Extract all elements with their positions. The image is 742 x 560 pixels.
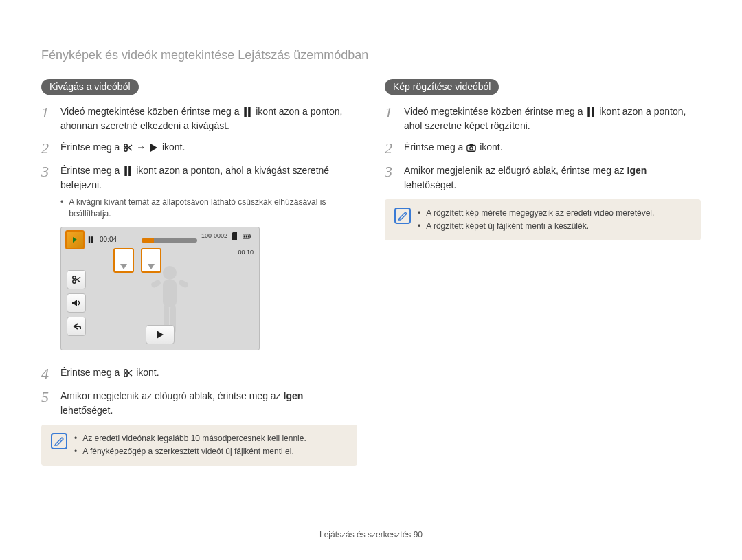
step4-text-post: ikont. — [136, 367, 159, 378]
svg-rect-32 — [588, 107, 591, 117]
step1-text-pre: Videó megtekintése közben érintse meg a — [60, 106, 242, 117]
pause-icon — [88, 236, 93, 243]
step5-strong: Igen — [284, 390, 304, 401]
svg-rect-17 — [163, 280, 177, 307]
svg-rect-34 — [467, 146, 475, 152]
svg-rect-0 — [245, 107, 247, 117]
note-right-line2: A rögzített képet új fájlként menti a ké… — [426, 221, 589, 232]
play-button — [146, 325, 175, 344]
step-number: 1 — [385, 104, 397, 121]
svg-rect-9 — [89, 236, 90, 243]
r-step3-post: lehetőséget. — [404, 179, 456, 190]
svg-marker-26 — [72, 300, 77, 306]
svg-rect-19 — [178, 279, 189, 288]
svg-point-36 — [470, 147, 473, 150]
back-button — [67, 317, 86, 336]
note-icon — [51, 433, 67, 449]
svg-rect-13 — [244, 235, 245, 237]
section-pill-capture: Kép rögzítése videóból — [385, 79, 499, 95]
step4-text-pre: Érintse meg a — [60, 367, 122, 378]
step3-sub-text: A kivágni kívánt témát az állapotsávon l… — [69, 197, 357, 220]
svg-rect-12 — [250, 235, 251, 237]
note-icon — [394, 208, 411, 224]
note-box-right: A rögzített kép mérete megegyezik az ere… — [385, 199, 701, 240]
svg-rect-7 — [125, 166, 128, 176]
page-title: Fényképek és videók megtekintése Lejátsz… — [41, 48, 701, 63]
bullet-icon — [60, 197, 63, 220]
step-2: 2 Érintse meg a → ikont. — [41, 140, 357, 157]
video-thumbnail-icon — [65, 230, 85, 249]
svg-rect-1 — [249, 107, 251, 117]
svg-marker-27 — [157, 331, 164, 339]
step-5: 5 Amikor megjelenik az előugró ablak, ér… — [41, 389, 357, 418]
trim-handle-start — [113, 248, 134, 273]
bullet-icon — [74, 433, 77, 445]
step3-text-pre: Érintse meg a — [60, 165, 122, 176]
step-number: 2 — [385, 140, 397, 157]
step2-text-post: ikont. — [162, 142, 185, 153]
bullet-icon — [418, 221, 420, 232]
svg-rect-14 — [246, 235, 247, 237]
step-number: 1 — [41, 104, 54, 121]
scissors-button — [67, 270, 86, 289]
step3-sub-bullet: A kivágni kívánt témát az állapotsávon l… — [60, 197, 357, 220]
elapsed-time: 00:04 — [100, 234, 117, 245]
note-left-line1: Az eredeti videónak legalább 10 másodper… — [82, 433, 306, 445]
step-3: 3 Érintse meg a ikont azon a ponton, aho… — [41, 164, 357, 359]
step-4: 4 Érintse meg a ikont. — [41, 366, 357, 382]
device-screenshot: 00:04 100-0002 — [60, 227, 260, 350]
step-number: 2 — [41, 140, 54, 157]
progress-track — [142, 238, 196, 243]
section-pill-trim: Kivágás a videóból — [41, 79, 139, 95]
r-step1-pre: Videó megtekintése közben érintse meg a — [404, 106, 585, 117]
pause-icon — [586, 107, 596, 117]
svg-rect-33 — [592, 107, 595, 117]
svg-rect-18 — [150, 279, 161, 288]
r-step2-post: ikont. — [480, 142, 502, 153]
r-step2-pre: Érintse meg a — [404, 142, 466, 153]
play-icon — [149, 143, 159, 153]
page-footer: Lejátszás és szerkesztés 90 — [0, 530, 742, 539]
step2-text-pre: Érintse meg a — [60, 142, 122, 153]
bullet-icon — [418, 208, 420, 219]
step-number: 5 — [41, 389, 54, 405]
note-right-line1: A rögzített kép mérete megegyezik az ere… — [426, 208, 654, 219]
step-2: 2 Érintse meg a ikont. — [385, 140, 701, 157]
note-box-left: Az eredeti videónak legalább 10 másodper… — [41, 425, 357, 466]
right-column: Kép rögzítése videóból 1 Videó megtekint… — [385, 79, 701, 466]
step-number: 3 — [41, 164, 54, 180]
svg-marker-6 — [150, 144, 157, 152]
scissors-icon — [123, 368, 133, 378]
step-number: 4 — [41, 366, 54, 382]
pause-icon — [243, 107, 252, 117]
battery-icon — [242, 233, 253, 240]
pause-icon — [123, 166, 133, 176]
step-1: 1 Videó megtekintése közben érintse meg … — [41, 104, 357, 133]
step5-text-pre: Amikor megjelenik az előugró ablak, érin… — [60, 390, 284, 401]
svg-rect-15 — [248, 235, 249, 237]
file-id: 100-0002 — [201, 232, 227, 241]
svg-rect-8 — [128, 166, 131, 176]
step5-text-post: lehetőséget. — [60, 405, 113, 416]
scissors-icon — [123, 143, 133, 153]
volume-button — [67, 293, 86, 313]
r-step3-strong: Igen — [627, 165, 647, 176]
bullet-icon — [74, 446, 77, 458]
step-3: 3 Amikor megjelenik az előugró ablak, ér… — [385, 164, 701, 192]
note-left-line2: A fényképezőgép a szerkesztett videót új… — [82, 446, 294, 458]
step2-arrow: → — [136, 142, 148, 153]
capture-icon — [466, 143, 476, 153]
left-column: Kivágás a videóból 1 Videó megtekintése … — [41, 79, 357, 466]
svg-rect-10 — [91, 236, 93, 243]
step-number: 3 — [385, 164, 397, 180]
r-step3-pre: Amikor megjelenik az előugró ablak, érin… — [404, 165, 627, 176]
step-1: 1 Videó megtekintése közben érintse meg … — [385, 104, 701, 133]
svg-rect-35 — [470, 144, 473, 146]
memory-card-icon — [231, 232, 238, 240]
svg-point-16 — [163, 266, 177, 280]
